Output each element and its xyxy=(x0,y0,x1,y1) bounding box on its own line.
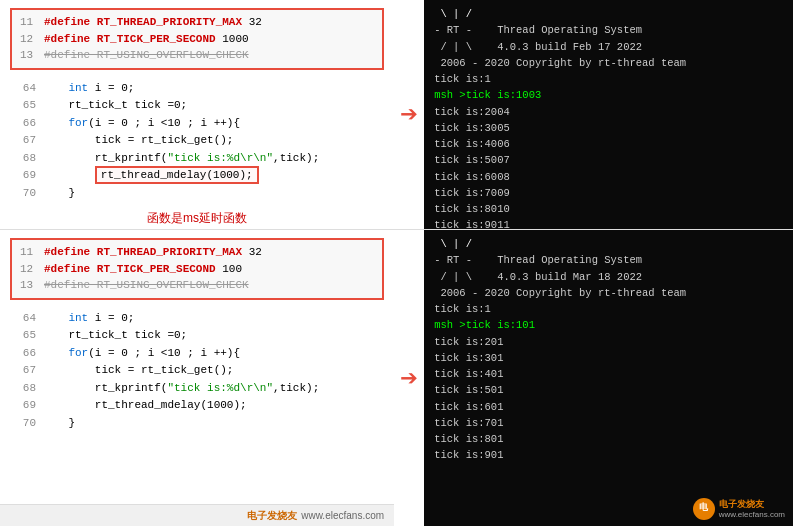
b-term-line-14: tick is:901 xyxy=(434,447,783,463)
b-term-line-3: / | \ 4.0.3 build Mar 18 2022 xyxy=(434,269,783,285)
bottom-code-snippet: 11 #define RT_THREAD_PRIORITY_MAX 32 12 … xyxy=(10,238,384,300)
logo-url-term: www.elecfans.com xyxy=(719,510,785,520)
code-line-64: 64 int i = 0; xyxy=(14,80,380,98)
term-line-13: tick is:8010 xyxy=(434,201,783,217)
top-section: 11 #define RT_THREAD_PRIORITY_MAX 32 12 … xyxy=(0,0,793,230)
b-term-line-6: msh >tick is:101 xyxy=(434,317,783,333)
b-term-line-10: tick is:501 xyxy=(434,382,783,398)
top-terminal: \ | / - RT - Thread Operating System / |… xyxy=(424,0,793,229)
b-term-line-8: tick is:301 xyxy=(434,350,783,366)
bottom-terminal: \ | / - RT - Thread Operating System / |… xyxy=(424,230,793,526)
line-num-12: 12 xyxy=(20,31,38,48)
b-code-line-67: 67 tick = rt_tick_get(); xyxy=(14,362,380,380)
logo-url: www.elecfans.com xyxy=(301,510,384,521)
code-line-70: 70 } xyxy=(14,185,380,203)
logo-brand: 电子发烧友 xyxy=(247,509,297,523)
snippet-code-3: #define RT_USING_OVERFLOW_CHECK xyxy=(44,47,249,64)
b-snippet-line-3: 13 #define RT_USING_OVERFLOW_CHECK xyxy=(20,277,374,294)
b-term-line-1: \ | / xyxy=(434,236,783,252)
b-snippet-line-2: 12 #define RT_TICK_PER_SECOND 100 xyxy=(20,261,374,278)
snippet-code-1: #define RT_THREAD_PRIORITY_MAX 32 xyxy=(44,14,262,31)
b-snippet-line-1: 11 #define RT_THREAD_PRIORITY_MAX 32 xyxy=(20,244,374,261)
b-code-line-66: 66 for(i = 0 ; i <10 ; i ++){ xyxy=(14,345,380,363)
term-line-1: \ | / xyxy=(434,6,783,22)
b-term-line-2: - RT - Thread Operating System xyxy=(434,252,783,268)
terminal-logo: 电 电子发烧友 www.elecfans.com xyxy=(693,498,785,520)
snippet-code-2: #define RT_TICK_PER_SECOND 1000 xyxy=(44,31,249,48)
bottom-code-panel: 11 #define RT_THREAD_PRIORITY_MAX 32 12 … xyxy=(0,230,394,526)
code-line-67: 67 tick = rt_tick_get(); xyxy=(14,132,380,150)
code-line-68: 68 rt_kprintf("tick is:%d\r\n",tick); xyxy=(14,150,380,168)
b-code-line-68: 68 rt_kprintf("tick is:%d\r\n",tick); xyxy=(14,380,380,398)
b-term-line-12: tick is:701 xyxy=(434,415,783,431)
b-code-line-64: 64 int i = 0; xyxy=(14,310,380,328)
logo-bar: 电子发烧友 www.elecfans.com xyxy=(0,504,394,526)
bottom-arrow: ➔ xyxy=(394,230,424,526)
term-line-12: tick is:7009 xyxy=(434,185,783,201)
top-arrow: ➔ xyxy=(394,0,424,229)
logo-icon: 电 xyxy=(693,498,715,520)
term-line-3: / | \ 4.0.3 build Feb 17 2022 xyxy=(434,39,783,55)
bottom-section: 11 #define RT_THREAD_PRIORITY_MAX 32 12 … xyxy=(0,230,793,526)
code-line-66: 66 for(i = 0 ; i <10 ; i ++){ xyxy=(14,115,380,133)
term-line-10: tick is:5007 xyxy=(434,152,783,168)
b-term-line-4: 2006 - 2020 Copyright by rt-thread team xyxy=(434,285,783,301)
term-line-11: tick is:6008 xyxy=(434,169,783,185)
snippet-line-2: 12 #define RT_TICK_PER_SECOND 1000 xyxy=(20,31,374,48)
line-num-11: 11 xyxy=(20,14,38,31)
snippet-line-3: 13 #define RT_USING_OVERFLOW_CHECK xyxy=(20,47,374,64)
code-line-65: 65 rt_tick_t tick =0; xyxy=(14,97,380,115)
b-code-line-70: 70 } xyxy=(14,415,380,433)
code-line-69: 69 rt_thread_mdelay(1000); xyxy=(14,167,380,185)
b-code-line-69: 69 rt_thread_mdelay(1000); xyxy=(14,397,380,415)
b-term-line-5: tick is:1 xyxy=(434,301,783,317)
term-line-4: 2006 - 2020 Copyright by rt-thread team xyxy=(434,55,783,71)
term-line-6: msh >tick is:1003 xyxy=(434,87,783,103)
top-code-panel: 11 #define RT_THREAD_PRIORITY_MAX 32 12 … xyxy=(0,0,394,229)
logo-brand-term: 电子发烧友 xyxy=(719,499,785,510)
b-term-line-7: tick is:201 xyxy=(434,334,783,350)
bottom-code-main: 64 int i = 0; 65 rt_tick_t tick =0; 66 f… xyxy=(10,308,384,435)
snippet-line-1: 11 #define RT_THREAD_PRIORITY_MAX 32 xyxy=(20,14,374,31)
b-term-line-11: tick is:601 xyxy=(434,399,783,415)
term-line-7: tick is:2004 xyxy=(434,104,783,120)
main-container: 11 #define RT_THREAD_PRIORITY_MAX 32 12 … xyxy=(0,0,793,526)
annotation-line-1: 函数是ms延时函数 xyxy=(0,209,394,228)
b-term-line-13: tick is:801 xyxy=(434,431,783,447)
term-line-9: tick is:4006 xyxy=(434,136,783,152)
logo-text-group: 电子发烧友 www.elecfans.com xyxy=(719,499,785,519)
top-code-snippet: 11 #define RT_THREAD_PRIORITY_MAX 32 12 … xyxy=(10,8,384,70)
term-line-5: tick is:1 xyxy=(434,71,783,87)
line-num-13: 13 xyxy=(20,47,38,64)
top-code-main: 64 int i = 0; 65 rt_tick_t tick =0; 66 f… xyxy=(10,78,384,205)
term-line-8: tick is:3005 xyxy=(434,120,783,136)
term-line-2: - RT - Thread Operating System xyxy=(434,22,783,38)
b-term-line-9: tick is:401 xyxy=(434,366,783,382)
b-code-line-65: 65 rt_tick_t tick =0; xyxy=(14,327,380,345)
